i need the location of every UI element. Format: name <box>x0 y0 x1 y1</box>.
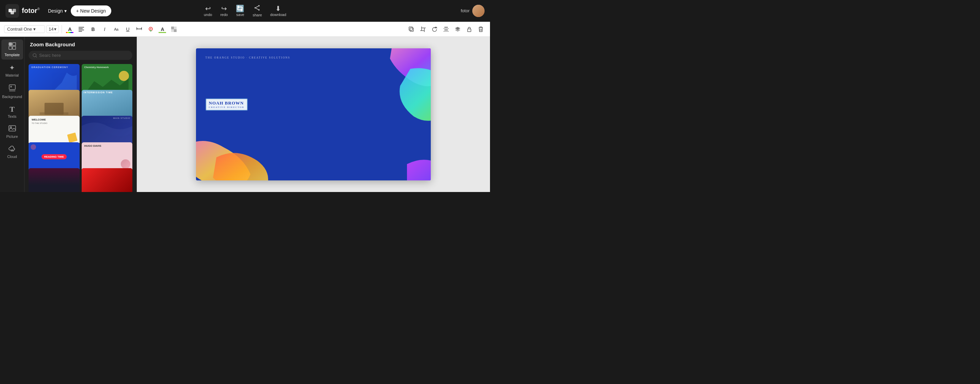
share-label: share <box>253 13 262 17</box>
redo-label: redo <box>220 13 228 17</box>
align-distribute-icon <box>443 27 449 32</box>
template-item[interactable]: Theodore Miller Shopping the fashion bra… <box>82 168 133 192</box>
delete-icon <box>479 27 483 32</box>
svg-rect-35 <box>468 29 471 32</box>
search-icon <box>33 53 37 58</box>
svg-marker-13 <box>137 27 137 30</box>
svg-rect-31 <box>444 30 448 30</box>
name-tag-title: CREATIVE DIRECTOR <box>209 106 244 108</box>
duplicate-button[interactable] <box>406 24 417 34</box>
layers-icon <box>455 27 460 32</box>
crop-icon <box>420 27 426 32</box>
user-area: fotor <box>461 5 485 17</box>
italic-button[interactable]: I <box>99 24 110 34</box>
svg-rect-8 <box>79 27 84 27</box>
sidebar-item-material[interactable]: ✦ Material <box>2 61 23 80</box>
undo-button[interactable]: ↩ undo <box>204 5 212 17</box>
canvas-background-svg <box>196 48 431 180</box>
crop-button[interactable] <box>418 24 428 34</box>
text-highlight-icon: A <box>161 27 164 32</box>
svg-rect-32 <box>443 31 449 32</box>
svg-rect-40 <box>9 46 12 49</box>
download-button[interactable]: ⬇ download <box>270 5 286 17</box>
highlight-color-button[interactable] <box>146 24 156 34</box>
svg-point-50 <box>33 53 36 56</box>
svg-rect-39 <box>13 43 16 46</box>
font-size-chevron-icon: ▾ <box>54 27 56 32</box>
svg-rect-9 <box>79 28 83 29</box>
transparency-button[interactable] <box>169 24 179 34</box>
studio-text: THE ORANGE STUDIO · CREATIVE SOLUTIONS <box>205 56 290 59</box>
sidebar-picture-label: Picture <box>6 134 18 139</box>
template-grid: GRADUATION CEREMONY Chemistry Homework I… <box>24 64 137 192</box>
template-item[interactable]: READING TIME <box>29 142 80 171</box>
canvas-area: THE ORANGE STUDIO · CREATIVE SOLUTIONS N… <box>137 37 490 192</box>
search-input[interactable] <box>39 53 128 58</box>
svg-rect-22 <box>410 28 414 31</box>
template-item[interactable]: INTERMISSION TIME <box>82 90 133 118</box>
save-label: save <box>236 13 244 17</box>
design-menu-button[interactable]: Design <box>44 6 71 16</box>
duplicate-icon <box>409 27 414 32</box>
new-design-button[interactable]: + New Design <box>71 5 111 16</box>
delete-button[interactable] <box>476 24 486 34</box>
svg-rect-23 <box>409 27 412 30</box>
text-color-icon: A <box>68 26 72 32</box>
bold-icon: B <box>91 27 95 32</box>
svg-point-3 <box>258 5 259 6</box>
svg-marker-34 <box>455 29 460 32</box>
small-caps-button[interactable]: Aa <box>111 24 121 34</box>
svg-line-51 <box>36 56 37 57</box>
letter-spacing-button[interactable] <box>134 24 144 34</box>
svg-rect-54 <box>40 112 68 115</box>
name-tag[interactable]: NOAH BROWN CREATIVE DIRECTOR <box>205 99 248 111</box>
text-align-button[interactable] <box>76 24 86 34</box>
svg-line-7 <box>256 8 258 10</box>
right-toolbar <box>406 24 486 34</box>
sidebar-item-picture[interactable]: Picture <box>2 123 23 141</box>
avatar[interactable] <box>472 5 485 17</box>
template-item[interactable]: GRADUATION CEREMONY <box>29 64 80 92</box>
text-highlight-button[interactable]: A <box>157 24 167 34</box>
font-family-selector[interactable]: Contrail One ▾ <box>4 25 45 33</box>
share-icon <box>254 5 261 12</box>
svg-rect-18 <box>171 27 174 29</box>
template-item[interactable]: PINK HAVANA <box>29 168 80 192</box>
font-size-value: 14 <box>49 27 53 32</box>
search-bar[interactable] <box>29 51 132 60</box>
design-canvas[interactable]: THE ORANGE STUDIO · CREATIVE SOLUTIONS N… <box>196 48 431 180</box>
align-icon <box>79 27 84 32</box>
font-size-selector[interactable]: 14 ▾ <box>46 25 59 33</box>
svg-rect-2 <box>11 11 14 14</box>
sidebar-item-texts[interactable]: T Texts <box>2 103 23 121</box>
align-distribute-button[interactable] <box>441 24 451 34</box>
svg-rect-42 <box>9 85 15 89</box>
sidebar-item-cloud[interactable]: Cloud <box>2 143 23 161</box>
svg-point-4 <box>255 7 256 8</box>
template-item[interactable]: MAIN STUDIO <box>82 116 133 144</box>
text-color-button[interactable]: A <box>65 24 75 34</box>
template-item[interactable]: Chemistry Homework <box>82 64 133 92</box>
svg-rect-20 <box>174 27 177 29</box>
svg-line-6 <box>256 6 258 8</box>
download-icon: ⬇ <box>275 5 281 12</box>
template-item[interactable]: HUGO DAVIS <box>82 142 133 171</box>
lock-button[interactable] <box>464 24 474 34</box>
template-item[interactable]: Intermission time <box>29 90 80 118</box>
svg-marker-28 <box>435 27 437 28</box>
svg-rect-17 <box>150 30 151 31</box>
layers-button[interactable] <box>453 24 463 34</box>
svg-marker-14 <box>141 27 142 30</box>
save-button[interactable]: 🔄 save <box>236 5 244 17</box>
redo-button[interactable]: ↪ redo <box>220 5 228 17</box>
svg-rect-10 <box>79 30 84 30</box>
sidebar-item-background[interactable]: Background <box>2 81 23 102</box>
bold-button[interactable]: B <box>88 24 98 34</box>
underline-button[interactable]: U <box>123 24 133 34</box>
redo-icon: ↪ <box>221 5 227 12</box>
sidebar-material-label: Material <box>5 73 19 77</box>
share-button[interactable]: share <box>253 5 262 17</box>
rotate-button[interactable] <box>430 24 440 34</box>
sidebar-item-template[interactable]: Template <box>2 40 23 60</box>
template-item[interactable]: WELCOME TO THE STUDIO <box>29 116 80 144</box>
